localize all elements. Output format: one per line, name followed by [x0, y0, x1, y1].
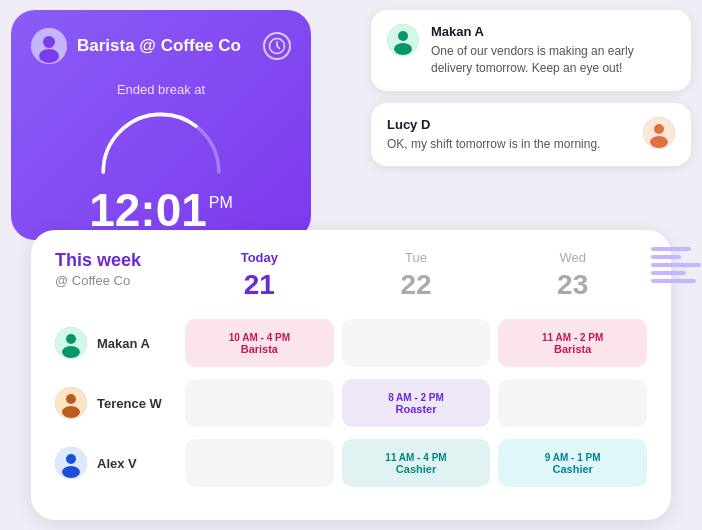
terence-avatar	[55, 387, 87, 419]
clock-icon	[263, 32, 291, 60]
day-columns: Today 21 Tue 22 Wed 23	[185, 250, 647, 301]
schedule-rows: Makan A 10 AM - 4 PM Barista 11 AM - 2 P…	[55, 317, 647, 489]
chat-area: Makan A One of our vendors is making an …	[371, 10, 691, 166]
chat-card-makan: Makan A One of our vendors is making an …	[371, 10, 691, 91]
svg-point-11	[66, 334, 76, 344]
alex-person-info: Alex V	[55, 447, 185, 479]
shift-cell: 9 AM - 1 PM Cashier	[498, 439, 647, 487]
terence-person-info: Terence W	[55, 387, 185, 419]
table-row: Terence W 8 AM - 2 PM Roaster	[55, 377, 647, 429]
shift-cell	[342, 319, 491, 367]
break-section: Ended break at 12:01PM	[31, 82, 291, 233]
lucy-message: OK, my shift tomorrow is in the morning.	[387, 136, 631, 153]
user-avatar	[31, 28, 67, 64]
day-col-tue: Tue 22	[342, 250, 491, 301]
table-row: Alex V 11 AM - 4 PM Cashier 9 AM - 1 PM …	[55, 437, 647, 489]
shift-cell	[185, 439, 334, 487]
app-container: Barista @ Coffee Co Ended break at 12:01…	[11, 10, 691, 520]
makan-avatar	[387, 24, 419, 56]
deco-line	[651, 263, 701, 267]
deco-line	[651, 247, 691, 251]
schedule-subtitle: @ Coffee Co	[55, 273, 185, 288]
makan-message: One of our vendors is making an early de…	[431, 43, 675, 77]
card-header: Barista @ Coffee Co	[31, 28, 291, 64]
day-name-wed: Wed	[498, 250, 647, 265]
break-time: 12:01PM	[31, 187, 291, 233]
alex-avatar	[55, 447, 87, 479]
svg-point-18	[62, 466, 80, 478]
svg-point-15	[62, 406, 80, 418]
svg-point-2	[39, 49, 59, 63]
svg-point-8	[654, 124, 664, 134]
day-col-today: Today 21	[185, 250, 334, 301]
shift-cell: 11 AM - 4 PM Cashier	[342, 439, 491, 487]
shift-cell	[185, 379, 334, 427]
arc-container	[81, 101, 241, 181]
makan-schedule-avatar	[55, 327, 87, 359]
shift-cell: 11 AM - 2 PM Barista	[498, 319, 647, 367]
deco-line	[651, 271, 686, 275]
schedule-header: This week @ Coffee Co Today 21 Tue 22 We…	[55, 250, 647, 301]
day-name-tue: Tue	[342, 250, 491, 265]
break-label: Ended break at	[31, 82, 291, 97]
deco-line	[651, 279, 696, 283]
card-title: Barista @ Coffee Co	[77, 36, 253, 56]
svg-point-9	[650, 136, 668, 148]
svg-point-17	[66, 454, 76, 464]
chat-card-lucy: Lucy D OK, my shift tomorrow is in the m…	[371, 103, 691, 167]
makan-schedule-name: Makan A	[97, 336, 150, 351]
chat-content-lucy: Lucy D OK, my shift tomorrow is in the m…	[387, 117, 631, 153]
day-number-wed: 23	[498, 269, 647, 301]
alex-shift-cells: 11 AM - 4 PM Cashier 9 AM - 1 PM Cashier	[185, 439, 647, 487]
day-name-today: Today	[185, 250, 334, 265]
schedule-title-block: This week @ Coffee Co	[55, 250, 185, 288]
deco-lines	[651, 247, 701, 283]
day-col-wed: Wed 23	[498, 250, 647, 301]
alex-name: Alex V	[97, 456, 137, 471]
makan-person-info: Makan A	[55, 327, 185, 359]
lucy-avatar	[643, 117, 675, 149]
day-number-today: 21	[185, 269, 334, 301]
deco-line	[651, 255, 681, 259]
shift-cell: 10 AM - 4 PM Barista	[185, 319, 334, 367]
schedule-card: This week @ Coffee Co Today 21 Tue 22 We…	[31, 230, 671, 520]
table-row: Makan A 10 AM - 4 PM Barista 11 AM - 2 P…	[55, 317, 647, 369]
makan-shift-cells: 10 AM - 4 PM Barista 11 AM - 2 PM Barist…	[185, 319, 647, 367]
terence-shift-cells: 8 AM - 2 PM Roaster	[185, 379, 647, 427]
svg-point-12	[62, 346, 80, 358]
chat-content-makan: Makan A One of our vendors is making an …	[431, 24, 675, 77]
svg-point-6	[394, 43, 412, 55]
svg-point-5	[398, 31, 408, 41]
purple-card: Barista @ Coffee Co Ended break at 12:01…	[11, 10, 311, 240]
makan-name: Makan A	[431, 24, 675, 39]
svg-point-14	[66, 394, 76, 404]
schedule-title: This week	[55, 250, 185, 271]
svg-point-1	[43, 36, 55, 48]
day-number-tue: 22	[342, 269, 491, 301]
shift-cell	[498, 379, 647, 427]
terence-name: Terence W	[97, 396, 162, 411]
lucy-name: Lucy D	[387, 117, 631, 132]
shift-cell: 8 AM - 2 PM Roaster	[342, 379, 491, 427]
